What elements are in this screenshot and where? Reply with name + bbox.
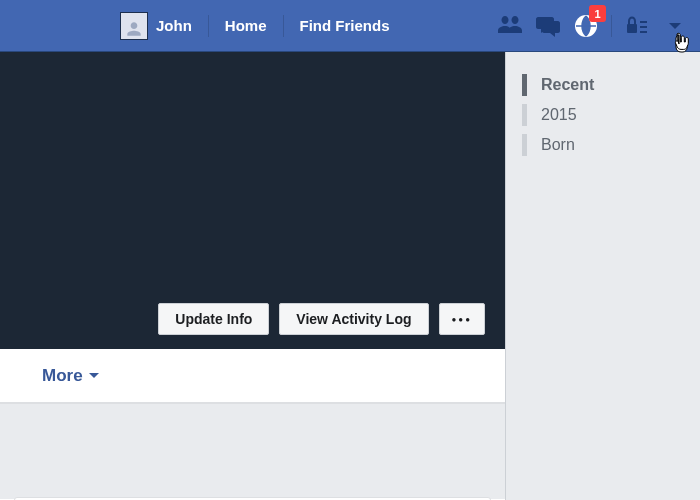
more-dropdown[interactable]: More — [42, 366, 99, 386]
privacy-shortcuts-icon[interactable] — [619, 11, 655, 41]
svg-rect-3 — [640, 26, 647, 28]
more-label: More — [42, 366, 83, 386]
chevron-down-icon — [89, 373, 99, 378]
nav-home[interactable]: Home — [211, 11, 281, 41]
notification-badge: 1 — [589, 5, 606, 22]
profile-column: Update Info View Activity Log ●●● More S… — [0, 52, 506, 500]
timeline-marker — [522, 74, 527, 96]
timeline-marker — [522, 104, 527, 126]
friend-requests-icon[interactable] — [492, 11, 528, 41]
account-menu-icon[interactable] — [657, 11, 693, 41]
icon-tray: 1 — [491, 0, 694, 52]
svg-rect-2 — [640, 21, 647, 23]
svg-rect-4 — [640, 31, 647, 33]
timeline-sidebar: Recent 2015 Born — [506, 52, 700, 500]
tray-divider — [611, 15, 612, 37]
svg-rect-1 — [627, 24, 637, 33]
chevron-down-icon — [669, 23, 681, 29]
profile-tab-bar: More — [0, 349, 505, 403]
nav-divider — [283, 15, 284, 37]
nav-user-name: John — [156, 17, 192, 34]
timeline-item-born[interactable]: Born — [506, 130, 700, 160]
timeline-label: Born — [541, 136, 575, 154]
nav-find-friends[interactable]: Find Friends — [286, 11, 404, 41]
lower-section: See All ✕ — [0, 403, 505, 499]
avatar-icon — [120, 12, 148, 40]
overflow-menu-button[interactable]: ●●● — [439, 303, 486, 335]
update-info-button[interactable]: Update Info — [158, 303, 269, 335]
timeline-marker — [522, 134, 527, 156]
top-nav-bar: John Home Find Friends 1 — [0, 0, 700, 52]
cover-photo-area: Update Info View Activity Log ●●● — [0, 52, 505, 349]
nav-divider — [208, 15, 209, 37]
timeline-item-year[interactable]: 2015 — [506, 100, 700, 130]
nav-profile-link[interactable]: John — [120, 11, 206, 41]
messages-icon[interactable] — [530, 11, 566, 41]
timeline-item-recent[interactable]: Recent — [506, 70, 700, 100]
cover-action-bar: Update Info View Activity Log ●●● — [158, 303, 485, 335]
timeline-label: Recent — [541, 76, 594, 94]
timeline-label: 2015 — [541, 106, 577, 124]
main-content: Update Info View Activity Log ●●● More S… — [0, 52, 700, 500]
notifications-icon[interactable]: 1 — [568, 11, 604, 41]
activity-log-button[interactable]: View Activity Log — [279, 303, 428, 335]
